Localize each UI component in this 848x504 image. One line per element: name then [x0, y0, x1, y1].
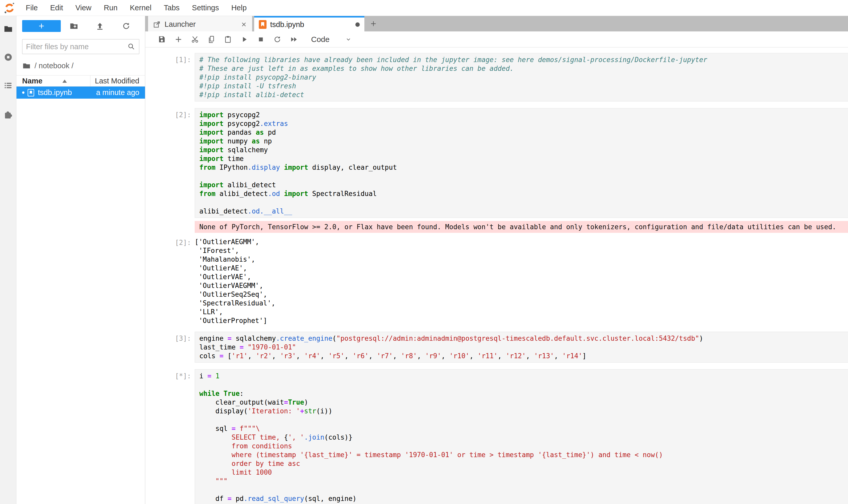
tab-launcher[interactable]: Launcher: [148, 16, 252, 32]
code-line: import psycopg2: [199, 110, 848, 119]
menu-bar: FileEditViewRunKernelTabsSettingsHelp: [0, 0, 848, 16]
output-line: 'OutlierAE',: [195, 264, 275, 272]
interrupt-kernel-button[interactable]: [256, 35, 266, 44]
cell-input-prompt: [*]:: [170, 369, 195, 504]
column-header-name[interactable]: Name: [22, 77, 61, 85]
add-cell-button[interactable]: [174, 35, 183, 44]
tab-bar: Launcher tsdb.ipynb: [145, 16, 848, 32]
folder-icon: [3, 24, 13, 34]
file-last-modified: a minute ago: [96, 88, 139, 97]
chevron-down-icon: [345, 36, 352, 43]
unsaved-file-dot: [22, 91, 24, 94]
code-line: [199, 380, 848, 389]
notebook-cell[interactable]: [*]:i = 1while True: clear_output(wait=T…: [170, 369, 848, 504]
new-folder-icon: [69, 21, 78, 31]
cell-output-prompt: [2]:: [170, 236, 195, 325]
code-line: alibi_detect.od.__all__: [199, 207, 848, 216]
code-line: df = pd.read_sql_query(sql, engine): [199, 494, 848, 503]
restart-run-all-button[interactable]: [289, 35, 299, 44]
cell-editor[interactable]: i = 1while True: clear_output(wait=True)…: [195, 369, 848, 504]
tab-label: tsdb.ipynb: [270, 20, 352, 29]
notebook-cells: [1]:# The following libraries have alrea…: [145, 48, 848, 504]
filter-files-input[interactable]: [26, 42, 127, 51]
column-header-last-modified[interactable]: Last Modified: [95, 77, 140, 85]
cell-editor[interactable]: engine = sqlalchemy.create_engine("postg…: [195, 332, 848, 363]
code-line: i = 1: [199, 372, 848, 380]
running-sessions-icon: [3, 52, 13, 62]
save-button[interactable]: [157, 35, 167, 44]
file-list-header: Name Last Modified: [17, 75, 145, 87]
refresh-files-button[interactable]: [121, 21, 131, 32]
code-line: #!pip install alibi-detect: [199, 90, 848, 99]
cell-editor[interactable]: # The following libraries have already b…: [195, 53, 848, 102]
menu-item-file[interactable]: File: [20, 4, 44, 12]
new-launcher-button[interactable]: [22, 20, 61, 32]
restart-kernel-button[interactable]: [272, 35, 282, 44]
code-line: engine = sqlalchemy.create_engine("postg…: [199, 334, 848, 343]
code-line: df = pd.melt(df, id_vars=['time'], value…: [199, 503, 848, 504]
code-line: import numpy as np: [199, 137, 848, 145]
launcher-icon: [153, 20, 161, 29]
notebook-toolbar: Code: [145, 32, 848, 48]
menu-item-help[interactable]: Help: [225, 4, 253, 12]
code-line: [199, 415, 848, 424]
tab-tsdb-notebook[interactable]: tsdb.ipynb: [254, 16, 364, 32]
sidebar-tab-running-sessions[interactable]: [3, 52, 13, 62]
stderr-output: None of PyTorch, TensorFlow >= 2.0, or F…: [195, 221, 848, 233]
output-line: 'OutlierVAEGMM',: [195, 281, 275, 290]
code-line: limit 1000: [199, 468, 848, 477]
notebook-cell[interactable]: [3]:engine = sqlalchemy.create_engine("p…: [170, 332, 848, 363]
cell-type-select[interactable]: Code: [311, 35, 352, 44]
paste-cells-button[interactable]: [223, 35, 233, 44]
code-line: clear_output(wait=True): [199, 398, 848, 407]
code-line: # The following libraries have already b…: [199, 55, 848, 64]
menu-item-settings[interactable]: Settings: [186, 4, 225, 12]
run-button[interactable]: [239, 35, 249, 44]
code-line: from conditions: [199, 442, 848, 450]
breadcrumb[interactable]: / notebook /: [22, 61, 139, 71]
cell-input-prompt: [2]:: [170, 108, 195, 218]
upload-button[interactable]: [94, 21, 105, 32]
code-line: from IPython.display import display, cle…: [199, 163, 848, 172]
menu-item-run[interactable]: Run: [97, 4, 124, 12]
jupyter-logo-icon: [4, 2, 15, 14]
code-line: display('Iteration: '+str(i)): [199, 407, 848, 415]
app-shell: / notebook / Name Last Modified tsdb.ipy…: [0, 16, 848, 504]
code-line: [199, 485, 848, 494]
menu-item-tabs[interactable]: Tabs: [158, 4, 186, 12]
cut-cells-button[interactable]: [190, 35, 200, 44]
menu-item-kernel[interactable]: Kernel: [124, 4, 158, 12]
output-line: 'OutlierProphet']: [195, 316, 275, 325]
sidebar-tab-table-of-contents[interactable]: [3, 80, 13, 91]
new-folder-button[interactable]: [69, 21, 79, 32]
code-line: sql = f"""\: [199, 424, 848, 433]
folder-icon: [22, 61, 31, 70]
stop-icon: [256, 35, 265, 44]
sidebar-tab-file-browser[interactable]: [3, 24, 13, 34]
output-line: ['OutlierAEGMM',: [195, 237, 275, 246]
sidebar-tab-extensions[interactable]: [3, 109, 13, 119]
copy-cells-button[interactable]: [206, 35, 216, 44]
notebook-cell[interactable]: [1]:# The following libraries have alrea…: [170, 53, 848, 102]
file-filter: [22, 39, 139, 54]
file-browser-toolbar: [22, 20, 139, 32]
file-name: tsdb.ipynb: [38, 88, 72, 97]
file-list-item-selected[interactable]: tsdb.ipynb a minute ago: [17, 87, 145, 98]
add-cell-icon: [174, 35, 183, 44]
tab-label: Launcher: [165, 20, 237, 29]
close-tab-button[interactable]: [240, 21, 248, 28]
extensions-icon: [3, 109, 13, 119]
file-browser-panel: / notebook / Name Last Modified tsdb.ipy…: [17, 16, 145, 504]
menu-item-view[interactable]: View: [69, 4, 97, 12]
output-line: 'IForest',: [195, 246, 275, 255]
cell-output-prompt: [170, 221, 195, 233]
cell-input-prompt: [1]:: [170, 53, 195, 102]
notebook-cell[interactable]: [2]:import psycopg2import psycopg2.extra…: [170, 108, 848, 218]
plus-icon: [369, 20, 377, 28]
refresh-icon: [122, 21, 131, 31]
new-tab-button[interactable]: [366, 18, 380, 30]
output-line: 'OutlierSeq2Seq',: [195, 290, 275, 299]
cell-editor[interactable]: import psycopg2import psycopg2.extrasimp…: [195, 108, 848, 218]
menu-item-edit[interactable]: Edit: [44, 4, 69, 12]
upload-icon: [95, 21, 105, 31]
